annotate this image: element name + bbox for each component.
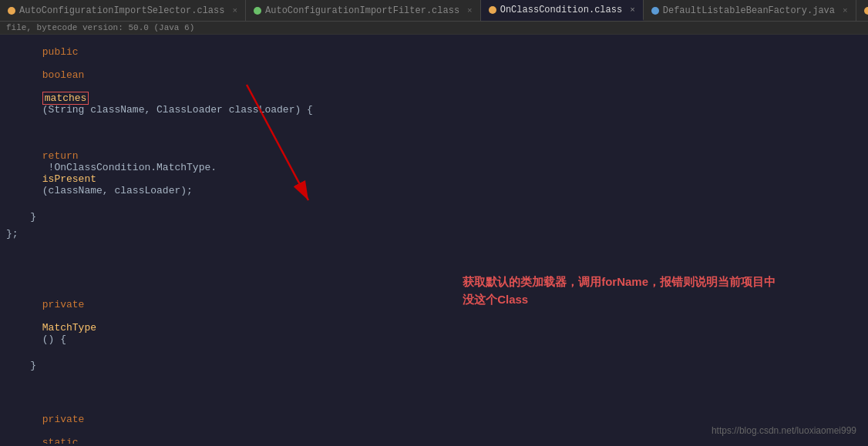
line-content-8: }	[0, 360, 868, 371]
chinese-annotation: 获取默认的类加载器，调用forName，报错则说明当前项目中 没这个Class	[463, 273, 775, 308]
matches-highlighted: matches	[42, 92, 89, 105]
tab-OnClassCondition[interactable]: OnClassCondition.class ×	[481, 0, 644, 21]
tab-icon-3	[489, 6, 496, 14]
params-type: (String className, ClassLoader classLoad…	[42, 104, 313, 116]
tab-label-4: DefaultListableBeanFactory.java	[663, 5, 835, 16]
code-line-1: public boolean matches (String className…	[0, 35, 868, 127]
tab-close-1[interactable]: ×	[232, 6, 237, 15]
fn-MatchType: MatchType	[42, 322, 96, 334]
kw-static: static	[42, 437, 79, 444]
url-watermark: https://blog.csdn.net/luoxiaomei999	[712, 425, 856, 436]
line-content-1: public boolean matches (String className…	[0, 35, 868, 127]
url-text: https://blog.csdn.net/luoxiaomei999	[712, 425, 856, 436]
code-line-8: }	[0, 357, 868, 374]
tab-AutoConfigurationImportSelector[interactable]: AutoConfigurationImportSelector.class ×	[0, 0, 246, 21]
tab-label-2: AutoConfigurationImportFilter.class	[265, 5, 459, 16]
tab-icon-2	[254, 7, 261, 15]
code-editor[interactable]: public boolean matches (String className…	[0, 35, 868, 444]
line-content-3: }	[0, 211, 868, 223]
tab-DefaultListableBeanFactory[interactable]: DefaultListableBeanFactory.java ×	[644, 0, 856, 21]
tab-close-4[interactable]: ×	[843, 6, 848, 15]
kw-public: public	[42, 46, 79, 58]
tab-icon-4	[651, 7, 659, 15]
kw-return: return	[42, 150, 79, 162]
line-content-4: };	[0, 228, 868, 240]
fn-isPresent: isPresent	[42, 173, 96, 185]
chinese-annotation-line1: 获取默认的类加载器，调用forName，报错则说明当前项目中	[463, 275, 775, 288]
kw-private2: private	[42, 414, 85, 425]
tab-close-2[interactable]: ×	[467, 6, 473, 15]
code-line-2: return !OnClassCondition.MatchType. isPr…	[0, 127, 868, 208]
kw-boolean: boolean	[42, 69, 85, 81]
tab-label-1: AutoConfigurationImportSelector.class	[19, 5, 224, 16]
file-info-bar: file, bytecode version: 50.0 (Java 6)	[0, 22, 868, 35]
kw-private: private	[42, 299, 85, 310]
line-content-2: return !OnClassCondition.MatchType. isPr…	[0, 127, 868, 208]
code-line-5	[0, 242, 868, 259]
code-line-9	[0, 374, 868, 391]
tab-AutoConfigurationImportFilter[interactable]: AutoConfigurationImportFilter.class ×	[246, 0, 481, 21]
tab-icon-1	[8, 7, 15, 15]
tab-close-3[interactable]: ×	[630, 5, 635, 15]
file-info-text: file, bytecode version: 50.0 (Java 6)	[6, 23, 194, 32]
code-line-4: };	[0, 225, 868, 242]
tab-icon-5	[864, 7, 868, 15]
tab-bar: AutoConfigurationImportSelector.class × …	[0, 0, 868, 22]
chinese-annotation-line2: 没这个Class	[463, 293, 528, 306]
tab-ConfigurationClassParser[interactable]: ConfigurationClassParser.class ×	[856, 0, 868, 21]
tab-label-3: OnClassCondition.class	[500, 5, 622, 15]
code-line-3: }	[0, 208, 868, 225]
